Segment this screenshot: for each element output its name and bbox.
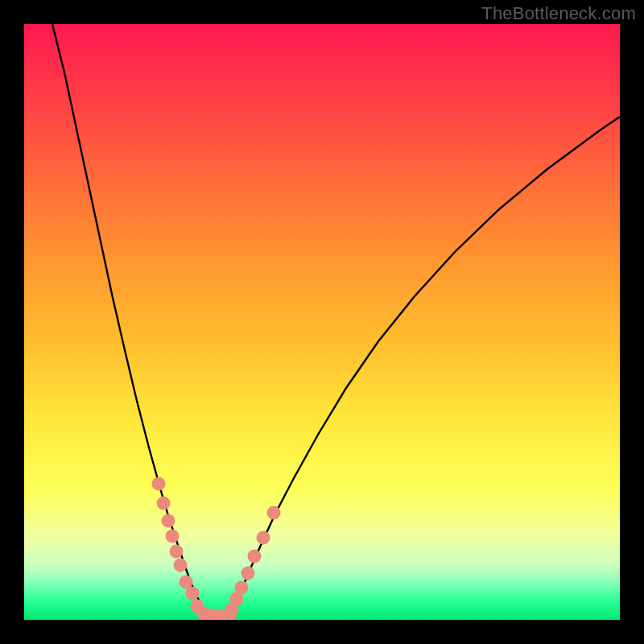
data-marker bbox=[170, 545, 184, 559]
data-marker bbox=[152, 477, 166, 491]
chart-svg bbox=[24, 24, 620, 620]
chart-frame: TheBottleneck.com bbox=[0, 0, 644, 644]
data-marker bbox=[267, 506, 281, 520]
data-marker bbox=[186, 587, 200, 601]
watermark-text: TheBottleneck.com bbox=[481, 3, 636, 24]
plot-area bbox=[24, 24, 620, 620]
marker-group bbox=[152, 477, 281, 621]
data-marker bbox=[157, 497, 171, 510]
right-curve bbox=[229, 117, 620, 616]
data-marker bbox=[162, 514, 175, 528]
left-curve bbox=[52, 24, 209, 616]
curve-group bbox=[52, 24, 620, 616]
data-marker bbox=[242, 567, 255, 580]
data-marker bbox=[166, 530, 180, 543]
data-marker bbox=[257, 531, 270, 545]
data-marker bbox=[235, 581, 249, 595]
data-marker bbox=[174, 559, 188, 572]
data-marker bbox=[248, 550, 262, 564]
